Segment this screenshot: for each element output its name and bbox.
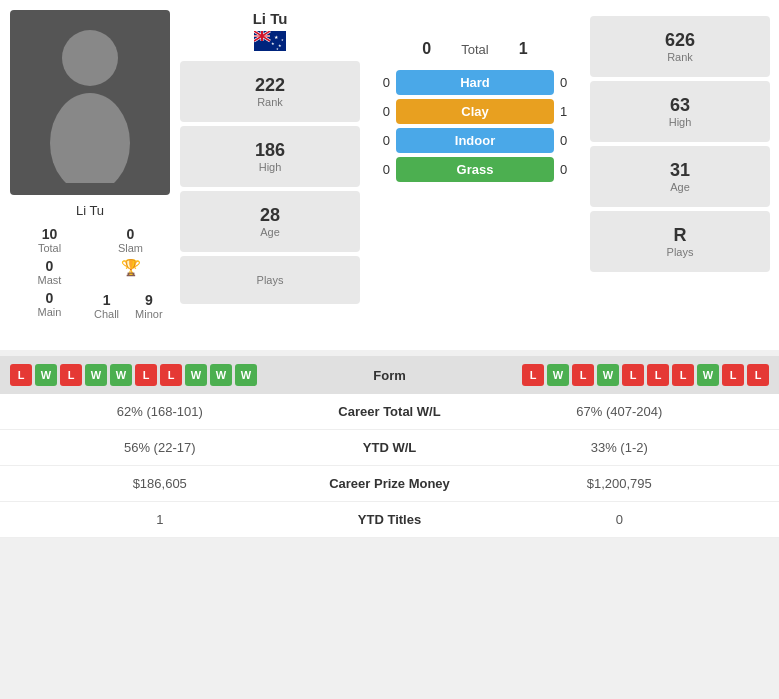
right-high-box: 63 High <box>590 81 770 142</box>
svg-point-0 <box>62 30 118 86</box>
right-player-stats: 21 Total 0 Slam 0 Mast 🏆 0 Main <box>775 248 779 340</box>
surface-grass-row: 0 Grass 0 <box>365 157 585 182</box>
form-label: Form <box>340 368 440 383</box>
stats-row-left-value: $186,605 <box>20 476 300 491</box>
surface-clay-row: 0 Clay 1 <box>365 99 585 124</box>
left-form-badges: LWLWWLLWWW <box>10 364 340 386</box>
right-form-badge: W <box>697 364 719 386</box>
left-player-name-center: Li Tu ★ <box>253 10 288 51</box>
svg-text:★: ★ <box>271 41 275 46</box>
left-form-badge: W <box>110 364 132 386</box>
right-form-badge: L <box>747 364 769 386</box>
left-form-badge: L <box>60 364 82 386</box>
svg-text:★: ★ <box>281 38 284 42</box>
left-form-badge: L <box>135 364 157 386</box>
clay-button[interactable]: Clay <box>396 99 554 124</box>
surface-indoor-row: 0 Indoor 0 <box>365 128 585 153</box>
left-high-stat: 186 High <box>192 134 348 179</box>
main-container: Li Tu 10 Total 0 Slam 0 Mast 🏆 <box>0 0 779 538</box>
left-form-badge: W <box>235 364 257 386</box>
left-form-badge: L <box>160 364 182 386</box>
left-age-box: 28 Age <box>180 191 360 252</box>
right-high-stat: 63 High <box>602 89 758 134</box>
right-form-badge: L <box>572 364 594 386</box>
form-section: LWLWWLLWWW Form LWLWLLLWLL <box>0 356 779 394</box>
total-row: 0 Total 1 <box>365 40 585 58</box>
left-total: 10 Total <box>13 226 86 254</box>
right-center-panel: 626 Rank 63 High 31 Age R Plays <box>590 10 770 340</box>
right-plays-stat: R Plays <box>602 219 758 264</box>
stats-row: 1YTD Titles0 <box>0 502 779 538</box>
stats-row: 62% (168-101)Career Total W/L67% (407-20… <box>0 394 779 430</box>
players-section: Li Tu 10 Total 0 Slam 0 Mast 🏆 <box>0 0 779 350</box>
left-player-column: Li Tu 10 Total 0 Slam 0 Mast 🏆 <box>5 10 175 340</box>
svg-text:★: ★ <box>276 47 279 51</box>
left-rank-box: 222 Rank <box>180 61 360 122</box>
left-form-badge: W <box>85 364 107 386</box>
surface-hard-row: 0 Hard 0 <box>365 70 585 95</box>
stats-row-right-value: 33% (1-2) <box>480 440 760 455</box>
left-mast: 0 Mast <box>13 258 86 286</box>
left-player-name: Li Tu <box>76 203 104 218</box>
right-rank-stat: 626 Rank <box>602 24 758 69</box>
left-form-badge: W <box>185 364 207 386</box>
stats-row-label: Career Prize Money <box>300 476 480 491</box>
surface-section: 0 Total 1 0 Hard 0 0 Clay 1 0 Indoor 0 <box>365 10 585 340</box>
career-stats-section: 62% (168-101)Career Total W/L67% (407-20… <box>0 394 779 538</box>
left-plays-box: Plays <box>180 256 360 304</box>
left-minor: 9 Minor <box>135 292 163 320</box>
stats-row-label: YTD W/L <box>300 440 480 455</box>
stats-row-right-value: 67% (407-204) <box>480 404 760 419</box>
right-form-badge: L <box>647 364 669 386</box>
stats-row-right-value: $1,200,795 <box>480 476 760 491</box>
right-player-column: Jason Murray Kubler ★ ★ ★ ★ <box>775 10 779 340</box>
hard-button[interactable]: Hard <box>396 70 554 95</box>
left-form-badge: W <box>210 364 232 386</box>
stats-row-left-value: 62% (168-101) <box>20 404 300 419</box>
right-age-stat: 31 Age <box>602 154 758 199</box>
stats-row-left-value: 1 <box>20 512 300 527</box>
left-plays-stat: Plays <box>192 264 348 296</box>
right-plays-box: R Plays <box>590 211 770 272</box>
left-form-badge: L <box>10 364 32 386</box>
left-center-panel: Li Tu ★ <box>180 10 360 340</box>
stats-row: 56% (22-17)YTD W/L33% (1-2) <box>0 430 779 466</box>
right-rank-box: 626 Rank <box>590 16 770 77</box>
left-age-stat: 28 Age <box>192 199 348 244</box>
right-form-badge: W <box>597 364 619 386</box>
left-main: 0 Main <box>13 290 86 320</box>
indoor-button[interactable]: Indoor <box>396 128 554 153</box>
left-chall: 1 Chall <box>94 292 119 320</box>
left-rank-stat: 222 Rank <box>192 69 348 114</box>
grass-button[interactable]: Grass <box>396 157 554 182</box>
right-form-badge: L <box>722 364 744 386</box>
right-form-badge: W <box>547 364 569 386</box>
right-form-badges: LWLWLLLWLL <box>440 364 770 386</box>
left-slam: 0 Slam <box>94 226 167 254</box>
left-player-stats: 10 Total 0 Slam 0 Mast 🏆 0 Main <box>5 226 175 320</box>
left-player-photo <box>10 10 170 195</box>
left-high-box: 186 High <box>180 126 360 187</box>
stats-row: $186,605Career Prize Money$1,200,795 <box>0 466 779 502</box>
stats-row-left-value: 56% (22-17) <box>20 440 300 455</box>
left-flag: ★ ★ ★ ★ ★ <box>253 31 288 51</box>
stats-row-right-value: 0 <box>480 512 760 527</box>
left-form-badge: W <box>35 364 57 386</box>
svg-point-1 <box>50 93 130 183</box>
right-form-badge: L <box>522 364 544 386</box>
left-trophy-icon: 🏆 <box>121 259 141 276</box>
left-main-container-stat: 🏆 <box>94 258 167 286</box>
stats-row-label: YTD Titles <box>300 512 480 527</box>
left-chall-minor: 1 Chall 9 Minor <box>94 292 167 320</box>
stats-row-label: Career Total W/L <box>300 404 480 419</box>
right-form-badge: L <box>622 364 644 386</box>
right-form-badge: L <box>672 364 694 386</box>
right-age-box: 31 Age <box>590 146 770 207</box>
